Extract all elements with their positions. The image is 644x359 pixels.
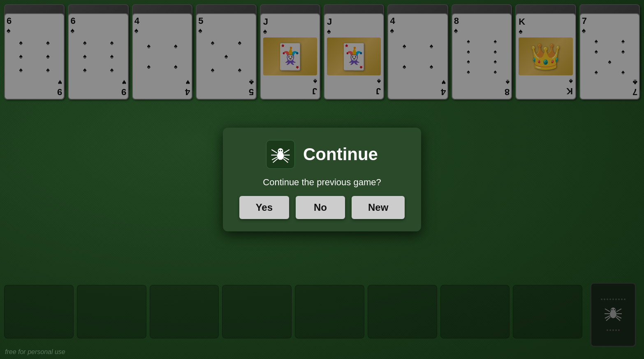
new-button[interactable]: New [352,196,405,219]
yes-button[interactable]: Yes [239,196,289,219]
dialog-message: Continue the previous game? [263,177,381,188]
dialog-overlay: Continue Continue the previous game? Yes… [0,0,644,359]
dialog-spider-icon-wrapper [266,140,295,169]
svg-point-13 [278,148,283,154]
spider-icon [270,144,291,165]
watermark: free for personal use [5,348,65,356]
svg-point-23 [281,150,282,151]
continue-dialog: Continue Continue the previous game? Yes… [223,128,422,231]
svg-point-22 [279,150,280,151]
no-button[interactable]: No [296,196,345,219]
dialog-buttons: Yes No New [239,196,405,219]
dialog-title: Continue [303,145,378,164]
svg-line-14 [271,149,277,153]
svg-line-18 [284,149,289,153]
dialog-header: Continue [266,140,378,169]
